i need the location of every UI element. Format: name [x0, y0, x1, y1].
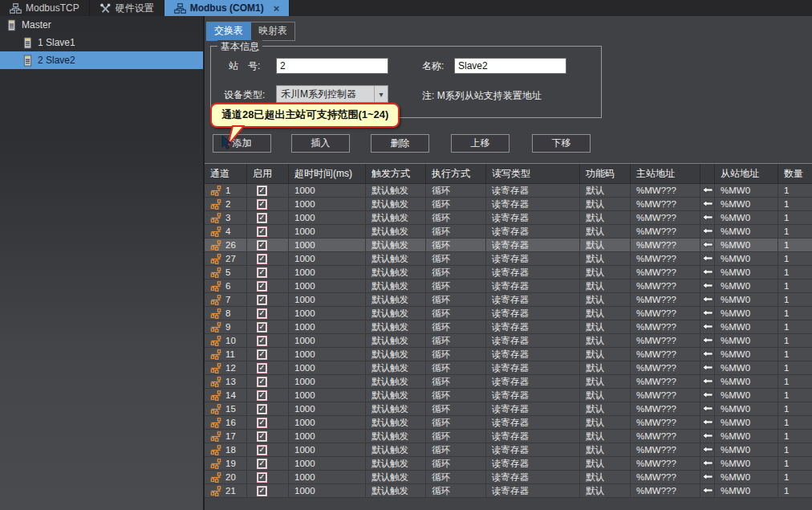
table-row[interactable]: 18✓1000默认触发循环读寄存器默认%MW???%MW01 [205, 443, 812, 457]
table-row[interactable]: 10✓1000默认触发循环读寄存器默认%MW???%MW01 [205, 334, 812, 348]
name-input[interactable] [454, 58, 566, 74]
window-tab-2[interactable]: Modbus (COM1)× [164, 0, 290, 16]
arrow-left-icon [702, 472, 713, 483]
cell-master-addr: %MW??? [631, 375, 700, 388]
cell-exec-mode: 循环 [426, 348, 486, 361]
table-row[interactable]: 9✓1000默认触发循环读寄存器默认%MW???%MW01 [205, 320, 812, 334]
cell-rw-type: 读寄存器 [486, 389, 580, 402]
cell-master-addr: %MW??? [631, 279, 700, 292]
enable-checkbox[interactable]: ✓ [257, 199, 267, 210]
enable-checkbox[interactable]: ✓ [257, 472, 267, 483]
device-type-label: 设备类型: [224, 88, 265, 102]
toolbar-button-4[interactable]: 下移 [532, 134, 591, 153]
close-icon[interactable]: × [274, 3, 280, 14]
table-row[interactable]: 5✓1000默认触发循环读寄存器默认%MW???%MW01 [205, 266, 812, 279]
cell-direction [700, 457, 715, 470]
table-row[interactable]: 26✓1000默认触发循环读寄存器默认%MW???%MW01 [205, 239, 812, 252]
enable-checkbox[interactable]: ✓ [257, 349, 267, 360]
panel-tab-1[interactable]: 映射表 [251, 22, 295, 41]
cell-master-addr: %MW??? [631, 348, 700, 361]
cell-enabled: ✓ [247, 334, 289, 347]
enable-checkbox[interactable]: ✓ [257, 254, 267, 264]
enable-checkbox[interactable]: ✓ [257, 322, 267, 333]
window-tab-1[interactable]: 硬件设置 [90, 0, 164, 16]
table-row[interactable]: 27✓1000默认触发循环读寄存器默认%MW???%MW01 [205, 252, 812, 266]
enable-checkbox[interactable]: ✓ [257, 295, 267, 305]
cell-enabled: ✓ [247, 225, 289, 238]
cell-qty: 1 [778, 320, 812, 333]
cell-slave-addr: %MW0 [715, 320, 778, 333]
cell-exec-mode: 循环 [426, 471, 486, 483]
table-row[interactable]: 21✓1000默认触发循环读寄存器默认%MW???%MW01 [205, 484, 812, 498]
cell-rw-type: 读寄存器 [486, 334, 580, 347]
enable-checkbox[interactable]: ✓ [257, 240, 267, 251]
column-header-4: 执行方式 [426, 164, 486, 183]
table-row[interactable]: 7✓1000默认触发循环读寄存器默认%MW???%MW01 [205, 293, 812, 307]
cell-qty: 1 [778, 279, 812, 292]
table-row[interactable]: 3✓1000默认触发循环读寄存器默认%MW???%MW01 [205, 211, 812, 225]
table-row[interactable]: 14✓1000默认触发循环读寄存器默认%MW???%MW01 [205, 389, 812, 402]
enable-checkbox[interactable]: ✓ [257, 226, 267, 237]
enable-checkbox[interactable]: ✓ [257, 445, 267, 455]
tools-icon [99, 3, 112, 14]
table-row[interactable]: 11✓1000默认触发循环读寄存器默认%MW???%MW01 [205, 348, 812, 361]
cell-slave-addr: %MW0 [715, 416, 778, 429]
table-row[interactable]: 20✓1000默认触发循环读寄存器默认%MW???%MW01 [205, 471, 812, 484]
table-row[interactable]: 17✓1000默认触发循环读寄存器默认%MW???%MW01 [205, 430, 812, 443]
device-type-select[interactable]: 禾川M系列控制器 ▾ [276, 85, 388, 103]
table-row[interactable]: 16✓1000默认触发循环读寄存器默认%MW???%MW01 [205, 416, 812, 430]
enable-checkbox[interactable]: ✓ [257, 213, 267, 223]
enable-checkbox[interactable]: ✓ [257, 459, 267, 469]
table-row[interactable]: 13✓1000默认触发循环读寄存器默认%MW???%MW01 [205, 375, 812, 389]
cell-func-code: 默认 [580, 334, 631, 347]
sidebar-item-1[interactable]: 1 Slave1 [0, 34, 203, 51]
enable-checkbox[interactable]: ✓ [257, 431, 267, 442]
toolbar-button-1[interactable]: 插入 [291, 134, 350, 153]
cell-direction [700, 402, 715, 415]
table-row[interactable]: 8✓1000默认触发循环读寄存器默认%MW???%MW01 [205, 307, 812, 320]
table-row[interactable]: 6✓1000默认触发循环读寄存器默认%MW???%MW01 [205, 279, 812, 293]
column-header-5: 读写类型 [486, 164, 580, 183]
enable-checkbox[interactable]: ✓ [257, 363, 267, 373]
enable-checkbox[interactable]: ✓ [257, 404, 267, 414]
panel-tab-0[interactable]: 交换表 [206, 22, 251, 41]
cell-func-code: 默认 [580, 457, 631, 470]
enable-checkbox[interactable]: ✓ [257, 267, 267, 278]
cell-master-addr: %MW??? [631, 361, 700, 374]
cell-master-addr: %MW??? [631, 239, 700, 251]
enable-checkbox[interactable]: ✓ [257, 377, 267, 387]
table-row[interactable]: 15✓1000默认触发循环读寄存器默认%MW???%MW01 [205, 402, 812, 416]
enable-checkbox[interactable]: ✓ [257, 486, 267, 496]
toolbar-button-3[interactable]: 上移 [451, 134, 510, 153]
cell-func-code: 默认 [580, 348, 631, 361]
cell-trigger: 默认触发 [366, 402, 426, 415]
cell-slave-addr: %MW0 [715, 375, 778, 388]
enable-checkbox[interactable]: ✓ [257, 308, 267, 319]
cell-rw-type: 读寄存器 [486, 361, 580, 374]
table-header: 通道启用超时时间(ms)触发方式执行方式读写类型功能码主站地址从站地址数量 [205, 164, 812, 184]
chevron-down-icon[interactable]: ▾ [374, 86, 388, 102]
enable-checkbox[interactable]: ✓ [257, 336, 267, 346]
enable-checkbox[interactable]: ✓ [257, 390, 267, 401]
sidebar-item-0[interactable]: Master [0, 16, 203, 34]
table-row[interactable]: 2✓1000默认触发循环读寄存器默认%MW???%MW01 [205, 198, 812, 211]
table-row[interactable]: 1✓1000默认触发循环读寄存器默认%MW???%MW01 [205, 184, 812, 198]
enable-checkbox[interactable]: ✓ [257, 418, 267, 428]
enable-checkbox[interactable]: ✓ [257, 186, 267, 196]
station-input[interactable] [276, 58, 388, 74]
cell-trigger: 默认触发 [366, 279, 426, 292]
enable-checkbox[interactable]: ✓ [257, 281, 267, 292]
cell-qty: 1 [778, 416, 812, 429]
cell-exec-mode: 循环 [426, 443, 486, 456]
cell-master-addr: %MW??? [631, 293, 700, 306]
table-row[interactable]: 4✓1000默认触发循环读寄存器默认%MW???%MW01 [205, 225, 812, 239]
table-row[interactable]: 19✓1000默认触发循环读寄存器默认%MW???%MW01 [205, 457, 812, 471]
toolbar-button-2[interactable]: 删除 [371, 134, 429, 153]
cell-channel: 5 [205, 266, 247, 279]
table-row[interactable]: 12✓1000默认触发循环读寄存器默认%MW???%MW01 [205, 361, 812, 375]
cell-exec-mode: 循环 [426, 484, 486, 497]
cell-direction [700, 252, 715, 265]
cell-channel: 1 [205, 184, 247, 197]
window-tab-0[interactable]: ModbusTCP [0, 0, 90, 16]
sidebar-item-2[interactable]: 2 Slave2 [0, 51, 203, 69]
